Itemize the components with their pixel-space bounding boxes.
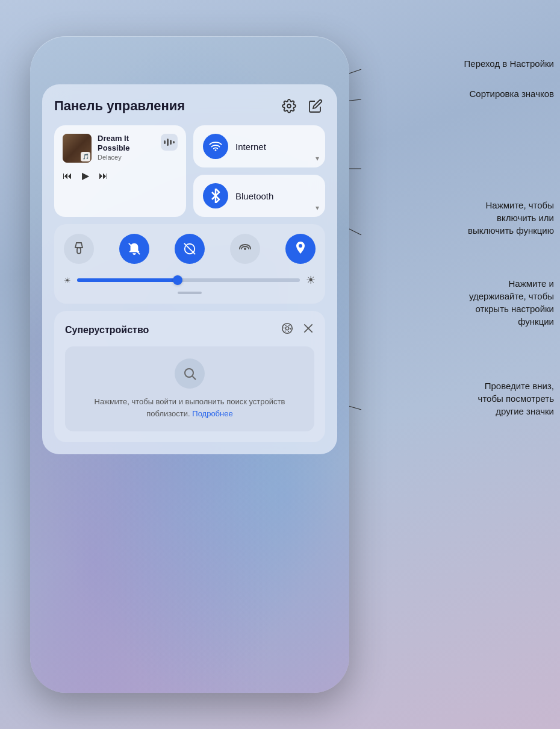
- annotation-sort: Сортировка значков: [469, 87, 554, 100]
- annotation-settings-text: Переход в Настройки: [464, 57, 554, 70]
- phone-frame: Панель управления: [30, 36, 349, 693]
- music-title: Dream It Possible: [98, 134, 155, 152]
- superdevice-title: Суперустройство: [65, 325, 149, 336]
- quick-buttons-row: [64, 234, 316, 264]
- bluetooth-toggle[interactable]: Bluetooth ▾: [193, 175, 325, 217]
- search-link[interactable]: Подробнее: [192, 409, 232, 418]
- svg-point-21: [244, 248, 246, 250]
- annotation-toggle-hold: Нажмите и удерживайте, чтобы открыть нас…: [469, 277, 554, 328]
- panel-icons: [279, 96, 325, 116]
- album-art: 🎵: [63, 134, 92, 163]
- annotation-sort-text: Сортировка значков: [469, 87, 554, 100]
- bluetooth-label: Bluetooth: [235, 191, 273, 201]
- edit-icon-btn[interactable]: [306, 96, 325, 116]
- annotation-toggle-tap: Нажмите, чтобы включить или выключить фу…: [468, 199, 554, 237]
- internet-toggle[interactable]: Internet ▾: [193, 125, 325, 167]
- toggle-widgets: Internet ▾ Bluetooth ▾: [193, 125, 325, 217]
- svg-point-16: [215, 149, 217, 151]
- annotation-swipe: Проведите вниз, чтобы посмотреть другие …: [478, 380, 554, 418]
- annotation-settings: Переход в Настройки: [464, 57, 554, 70]
- superdevice-actions: [281, 322, 314, 338]
- panel-title: Панель управления: [54, 98, 185, 114]
- superdevice-settings-icon[interactable]: [281, 322, 294, 338]
- annotation-swipe-text: Проведите вниз, чтобы посмотреть другие …: [478, 380, 554, 418]
- annotation-toggle-hold-text: Нажмите и удерживайте, чтобы открыть нас…: [469, 277, 554, 328]
- svg-point-22: [299, 244, 302, 248]
- play-button[interactable]: ▶: [82, 170, 89, 181]
- music-artist: Delacey: [98, 154, 155, 161]
- bluetooth-arrow: ▾: [316, 204, 319, 212]
- svg-rect-15: [173, 141, 175, 143]
- svg-rect-13: [167, 139, 169, 146]
- flashlight-button[interactable]: [64, 234, 94, 264]
- superdevice-close-icon[interactable]: [302, 322, 314, 337]
- svg-rect-17: [77, 248, 81, 254]
- silent-button[interactable]: [119, 234, 149, 264]
- music-info: Dream It Possible Delacey: [98, 134, 155, 161]
- svg-point-11: [287, 104, 291, 108]
- music-app-icon: 🎵: [81, 152, 90, 161]
- svg-rect-12: [164, 140, 166, 144]
- next-button[interactable]: ⏭: [99, 171, 108, 181]
- nfc-button[interactable]: [230, 234, 260, 264]
- svg-point-25: [284, 325, 291, 332]
- brightness-thumb[interactable]: [173, 275, 182, 285]
- superdevice-header: Суперустройство: [65, 322, 314, 338]
- music-controls: ⏮ ▶ ⏭: [63, 167, 178, 184]
- search-icon: [175, 358, 205, 389]
- music-top: 🎵 Dream It Possible Delacey: [63, 134, 178, 163]
- prev-button[interactable]: ⏮: [63, 171, 72, 181]
- brightness-min-icon: ☀: [64, 276, 71, 285]
- svg-point-23: [285, 327, 289, 330]
- wave-icon: [161, 134, 178, 151]
- rotate-button[interactable]: [175, 234, 205, 264]
- internet-arrow: ▾: [316, 154, 319, 163]
- bluetooth-icon: [203, 183, 228, 208]
- brightness-fill: [77, 278, 178, 282]
- annotation-toggle-tap-text: Нажмите, чтобы включить или выключить фу…: [468, 199, 554, 237]
- svg-line-29: [193, 377, 196, 380]
- panel-header: Панель управления: [54, 96, 325, 116]
- search-area[interactable]: Нажмите, чтобы войти и выполнить поиск у…: [65, 346, 314, 431]
- location-button[interactable]: [285, 234, 316, 264]
- music-widget[interactable]: 🎵 Dream It Possible Delacey: [54, 125, 186, 217]
- settings-icon-btn[interactable]: [279, 96, 299, 116]
- quick-controls: ☀ ☀: [54, 224, 325, 304]
- internet-icon: [203, 134, 228, 159]
- brightness-row: ☀ ☀: [64, 274, 316, 287]
- control-panel: Панель управления: [42, 84, 337, 454]
- annotations-area: Переход в Настройки Сортировка значков Н…: [367, 0, 554, 729]
- brightness-max-icon: ☀: [306, 274, 316, 287]
- search-description: Нажмите, чтобы войти и выполнить поиск у…: [77, 396, 302, 419]
- superdevice-panel: Суперустройство: [54, 311, 325, 442]
- svg-rect-14: [170, 140, 172, 145]
- widgets-row: 🎵 Dream It Possible Delacey: [54, 125, 325, 217]
- internet-label: Internet: [235, 142, 266, 152]
- scroll-indicator: [178, 292, 202, 294]
- brightness-slider[interactable]: [77, 278, 300, 282]
- svg-point-28: [185, 369, 193, 377]
